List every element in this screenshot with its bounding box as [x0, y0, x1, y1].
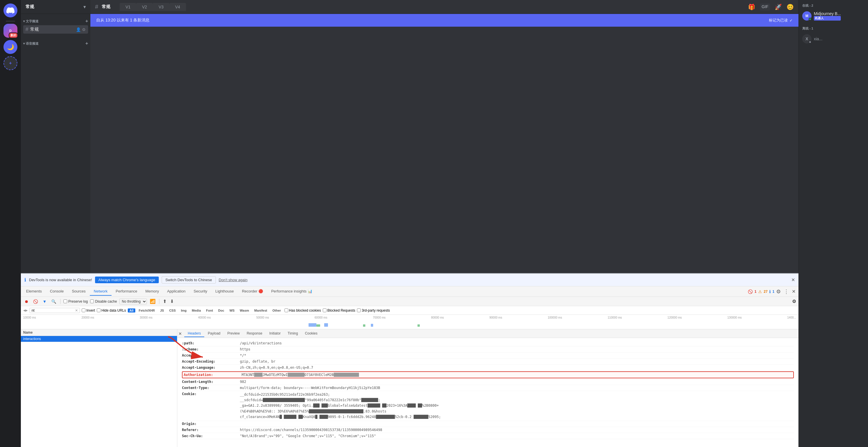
detail-tab-initiator[interactable]: Initiator [266, 330, 284, 337]
tab-performance[interactable]: Performance [112, 287, 141, 296]
mark-read-button[interactable]: 标记为已读 ✓ [769, 18, 793, 23]
detail-close-button[interactable]: ✕ [179, 331, 182, 336]
tab-v2[interactable]: V2 [136, 3, 153, 11]
filter-doc[interactable]: Doc [216, 308, 226, 312]
midjourney-name: Midjourney B... [814, 11, 841, 16]
disable-cache-input[interactable] [90, 299, 94, 303]
gif-icon[interactable]: GIF [760, 3, 770, 10]
filter-ws[interactable]: WS [228, 308, 237, 312]
hide-data-urls-input[interactable] [97, 308, 100, 312]
detail-tab-timing[interactable]: Timing [284, 330, 302, 337]
devtools-more-button[interactable]: ⋮ [782, 289, 790, 295]
tab-network[interactable]: Network [90, 287, 112, 296]
channel-category-voice[interactable]: ▾ 语音频道 + [21, 36, 90, 47]
filter-input[interactable] [32, 308, 75, 312]
tab-security[interactable]: Security [189, 287, 211, 296]
tab-elements[interactable]: Elements [22, 287, 46, 296]
discord-server-sidebar: D 新的 🌙 + [0, 0, 21, 447]
server-icon-2[interactable]: 🌙 [3, 40, 18, 54]
censored-cookie-13: █ [280, 415, 282, 419]
detail-tab-headers[interactable]: Headers [184, 330, 204, 337]
nitro-icon[interactable]: 🚀 [775, 3, 782, 10]
clear-button[interactable]: 🚫 [32, 299, 39, 304]
preserve-log-input[interactable] [63, 299, 67, 303]
infobar-close-button[interactable]: ✕ [791, 277, 795, 282]
filter-media[interactable]: Media [190, 308, 203, 312]
wifi-icon[interactable]: 📶 [149, 298, 156, 305]
emoji-icon[interactable]: 😊 [786, 3, 794, 10]
add-channel-icon[interactable]: + [86, 19, 88, 24]
detail-tab-preview[interactable]: Preview [224, 330, 243, 337]
blocked-requests-checkbox[interactable]: Blocked Requests [323, 308, 355, 312]
detail-tab-cookies[interactable]: Cookies [301, 330, 321, 337]
notification-badge: 新的 [9, 32, 18, 38]
filter-manifest[interactable]: Manifest [253, 308, 269, 312]
censored-cookie-7: ███ [321, 404, 328, 408]
tab-lighthouse[interactable]: Lighthouse [211, 287, 238, 296]
filter-css[interactable]: CSS [167, 308, 178, 312]
header-row: Content-Type: multipart/form-data; bound… [182, 385, 794, 391]
gift-icon[interactable]: 🎁 [748, 3, 755, 10]
disable-cache-checkbox[interactable]: Disable cache [90, 299, 117, 303]
tab-v3[interactable]: V3 [153, 3, 169, 11]
network-content: Name interactions ✕ Headers Payload Prev… [21, 329, 799, 447]
switch-chinese-button[interactable]: Switch DevTools to Chinese [162, 276, 216, 284]
search-button[interactable]: 🔍 [50, 299, 57, 304]
header-value: */* [240, 353, 794, 357]
warning-count: 27 [764, 290, 768, 294]
cookie-header-value: __dcfduid=221535b0c95211edaf22e36b9f2ea2… [240, 392, 794, 420]
third-party-checkbox[interactable]: 3rd-party requests [357, 308, 390, 312]
filter-font[interactable]: Font [204, 308, 215, 312]
filter-clear-button[interactable]: ✕ [75, 308, 78, 312]
filter-wasm[interactable]: Wasm [238, 308, 251, 312]
online-user-midjourney[interactable]: M Midjourney B... 机器人 [802, 10, 865, 22]
tab-sources[interactable]: Sources [68, 287, 90, 296]
discord-logo[interactable] [3, 3, 18, 18]
invert-checkbox[interactable]: Invert [82, 308, 95, 312]
filter-all[interactable]: All [128, 308, 135, 312]
tab-v4[interactable]: V4 [169, 3, 186, 11]
censored-cookie-10: ████ [407, 404, 416, 408]
filter-img[interactable]: Img [179, 308, 189, 312]
filter-js[interactable]: JS [158, 308, 165, 312]
tab-application[interactable]: Application [163, 287, 190, 296]
network-timeline: 10000 ms 20000 ms 30000 ms 40000 ms 5000… [21, 315, 799, 329]
tab-recorder[interactable]: Recorder 🔴 [238, 287, 267, 296]
channel-category-text[interactable]: ▾ 文字频道 + [21, 14, 90, 25]
server-header[interactable]: 常规 ▾ [21, 0, 90, 14]
filter-other[interactable]: Other [271, 308, 282, 312]
invert-input[interactable] [82, 308, 86, 312]
throttling-select[interactable]: No throttling [119, 299, 147, 304]
tab-v1[interactable]: V1 [120, 3, 136, 11]
invite-icon[interactable]: 👤 [76, 27, 81, 32]
upload-icon[interactable]: ⬆ [162, 298, 167, 305]
download-icon[interactable]: ⬇ [169, 298, 175, 305]
preserve-log-checkbox[interactable]: Preserve log [63, 299, 88, 303]
detail-tab-response[interactable]: Response [243, 330, 266, 337]
settings-gear[interactable]: ⚙ [792, 299, 796, 304]
offline-user[interactable]: X xia... [802, 33, 865, 44]
settings-icon[interactable]: ⚙ [82, 27, 86, 32]
tab-memory[interactable]: Memory [142, 287, 163, 296]
dismiss-button[interactable]: Don't show again [219, 278, 247, 282]
detail-tab-payload[interactable]: Payload [204, 330, 224, 337]
blocked-requests-input[interactable] [323, 308, 327, 312]
add-voice-channel-icon[interactable]: + [86, 41, 88, 46]
table-row[interactable]: interactions [21, 336, 177, 342]
has-blocked-cookies-checkbox[interactable]: Has blocked cookies [284, 308, 321, 312]
has-blocked-cookies-input[interactable] [284, 308, 288, 312]
censored-cookie-12: ██████████████████████████ [309, 409, 363, 413]
filter-button[interactable]: ▼ [41, 299, 48, 304]
server-icon-discord[interactable]: D 新的 [3, 24, 18, 38]
add-server-button[interactable]: + [3, 56, 18, 70]
tab-console[interactable]: Console [46, 287, 68, 296]
devtools-settings-button[interactable]: ⚙ [774, 289, 782, 295]
tab-performance-insights[interactable]: Performance insights 📊 [267, 287, 316, 296]
filter-fetch-xhr[interactable]: Fetch/XHR [137, 308, 157, 312]
channel-item-general[interactable]: # 常规 👤 ⚙ [23, 25, 88, 34]
third-party-input[interactable] [357, 308, 361, 312]
hide-data-urls-checkbox[interactable]: Hide data URLs [97, 308, 126, 312]
record-button[interactable]: ⏺ [23, 299, 30, 304]
devtools-close-button[interactable]: ✕ [790, 289, 797, 294]
match-language-button[interactable]: Always match Chrome's language [95, 276, 159, 283]
